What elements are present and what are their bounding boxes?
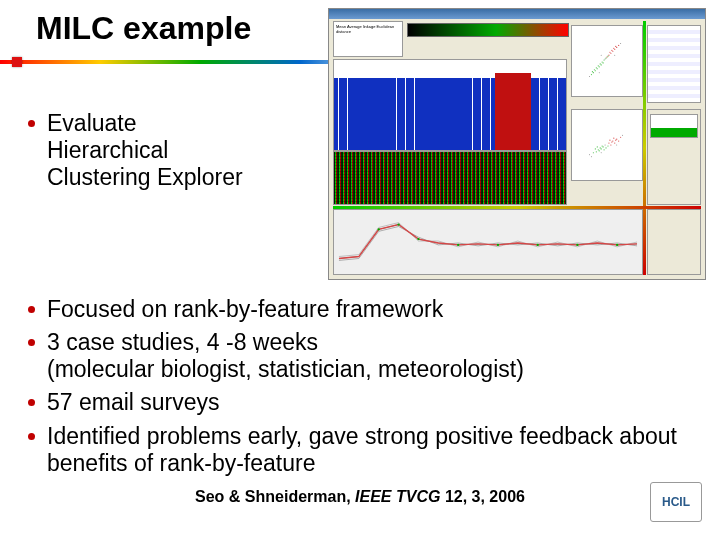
- svg-point-32: [614, 55, 615, 56]
- bullet-item: Identified problems early, gave strong p…: [28, 423, 692, 477]
- rank-controls: [647, 209, 701, 275]
- bullet-subline: Hierarchical Clustering Explorer: [47, 137, 243, 191]
- svg-point-0: [591, 74, 592, 75]
- svg-point-25: [615, 46, 616, 47]
- bullet-item: Evaluate Hierarchical Clustering Explore…: [28, 110, 692, 191]
- svg-point-3: [597, 68, 598, 69]
- bullet-item: 57 email surveys: [28, 389, 692, 416]
- svg-point-28: [620, 43, 621, 44]
- bullet-dot-icon: [28, 120, 35, 127]
- svg-point-7: [596, 67, 597, 68]
- svg-point-27: [589, 76, 590, 77]
- color-gradient-bar: [407, 23, 569, 37]
- title-marker: [12, 57, 22, 67]
- bullet-dot-icon: [28, 433, 35, 440]
- svg-point-1: [593, 72, 594, 73]
- bullet-line: Evaluate: [47, 110, 137, 136]
- svg-point-22: [609, 52, 610, 53]
- hcil-logo: HCIL: [650, 482, 702, 522]
- property-grid: [647, 25, 701, 103]
- svg-point-15: [607, 56, 608, 57]
- svg-point-29: [605, 59, 606, 60]
- bullet-text: 3 case studies, 4 -8 weeks (molecular bi…: [47, 329, 524, 383]
- bullet-text: 57 email surveys: [47, 389, 220, 416]
- profile-plot: [333, 209, 643, 275]
- bullet-text: Identified problems early, gave strong p…: [47, 423, 692, 477]
- svg-point-9: [600, 63, 601, 64]
- svg-point-64: [397, 223, 399, 225]
- bullet-dot-icon: [28, 306, 35, 313]
- svg-point-70: [616, 244, 618, 246]
- bullet-dot-icon: [28, 339, 35, 346]
- bullet-item: Focused on rank-by-feature framework: [28, 296, 692, 323]
- svg-point-2: [595, 70, 596, 71]
- svg-point-13: [594, 69, 595, 70]
- bullet-dot-icon: [28, 399, 35, 406]
- svg-point-63: [378, 228, 380, 230]
- bullet-group-top: Evaluate Hierarchical Clustering Explore…: [28, 110, 692, 197]
- bullet-text: Evaluate Hierarchical Clustering Explore…: [47, 110, 243, 191]
- bullet-line: 3 case studies, 4 -8 weeks: [47, 329, 318, 355]
- svg-point-17: [610, 53, 611, 54]
- legend-panel: Mean Average linkage Euclidean distance: [333, 21, 403, 57]
- bullet-text: Focused on rank-by-feature framework: [47, 296, 443, 323]
- svg-point-23: [611, 50, 612, 51]
- svg-point-67: [497, 244, 499, 246]
- bullet-item: 3 case studies, 4 -8 weeks (molecular bi…: [28, 329, 692, 383]
- svg-point-4: [599, 66, 600, 67]
- bullet-subline: (molecular biologist, statistician, mete…: [47, 356, 524, 383]
- slide: MILC example Mean Average linkage Euclid…: [0, 0, 720, 540]
- logo-text: HCIL: [662, 495, 690, 509]
- svg-point-69: [576, 244, 578, 246]
- citation: Seo & Shneiderman, IEEE TVCG 12, 3, 2006: [0, 488, 720, 506]
- svg-point-16: [608, 55, 609, 56]
- svg-point-12: [592, 71, 593, 72]
- svg-point-11: [604, 59, 605, 60]
- svg-point-68: [536, 244, 538, 246]
- citation-detail: 12, 3, 2006: [445, 488, 525, 505]
- svg-point-20: [616, 47, 617, 48]
- citation-authors: Seo & Shneiderman,: [195, 488, 355, 505]
- citation-venue: IEEE TVCG: [355, 488, 445, 505]
- svg-point-10: [602, 61, 603, 62]
- scatter-top: [571, 25, 643, 97]
- svg-point-6: [603, 62, 604, 63]
- svg-point-8: [598, 65, 599, 66]
- bullet-group-bottom: Focused on rank-by-feature framework 3 c…: [28, 296, 692, 483]
- slide-title: MILC example: [36, 10, 251, 47]
- svg-point-65: [417, 238, 419, 240]
- svg-point-21: [618, 45, 619, 46]
- svg-point-30: [601, 55, 602, 56]
- svg-point-14: [605, 58, 606, 59]
- svg-point-24: [613, 48, 614, 49]
- window-titlebar: [329, 9, 705, 19]
- svg-point-31: [599, 72, 600, 73]
- svg-point-5: [601, 64, 602, 65]
- svg-point-66: [457, 244, 459, 246]
- svg-point-19: [614, 49, 615, 50]
- svg-point-26: [606, 57, 607, 58]
- svg-point-18: [612, 51, 613, 52]
